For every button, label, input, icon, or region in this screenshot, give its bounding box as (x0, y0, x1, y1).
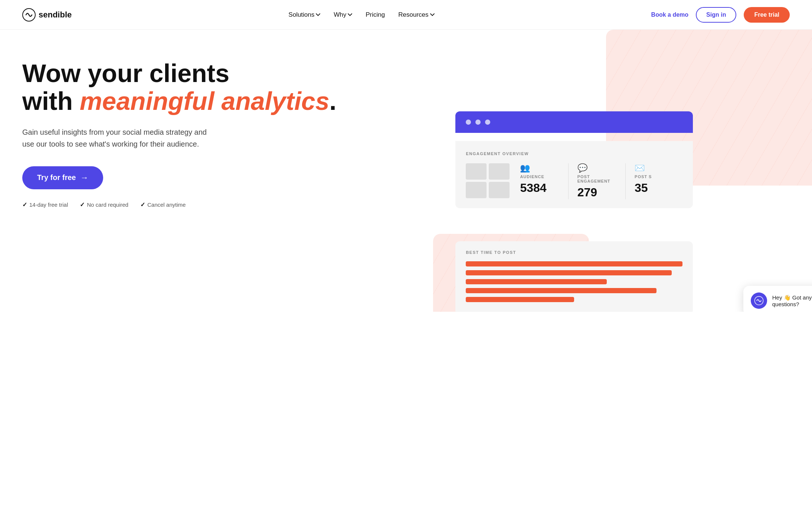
purple-dot-1 (466, 120, 471, 125)
best-time-card: BEST TIME TO POST (455, 241, 693, 312)
logo-text: sendible (39, 10, 72, 20)
stat-post-sent: ✉️ POST S 35 (625, 163, 682, 199)
chat-avatar (751, 292, 767, 309)
engagement-section-label: ENGAGEMENT OVERVIEW (466, 151, 682, 156)
thumbnail-grid (466, 163, 510, 198)
hero-left: Wow your clients with meaningful analyti… (22, 52, 444, 208)
book-demo-button[interactable]: Book a demo (651, 12, 688, 18)
bar-2 (466, 270, 672, 275)
thumb-4 (489, 182, 510, 198)
navbar: sendible Solutions Why Pricing Resources… (0, 0, 812, 30)
bar-1 (466, 261, 682, 266)
bar-chart (466, 261, 682, 302)
hero-right-mockup: ENGAGEMENT OVERVIEW 👥 AUDIENCE 5384 💬 (444, 52, 812, 312)
trust-badge-trial: ✓ 14-day free trial (22, 201, 68, 208)
post-sent-value: 35 (635, 181, 674, 195)
audience-value: 5384 (520, 181, 559, 195)
engagement-row: 👥 AUDIENCE 5384 💬 POST ENGAGEMENT 279 ✉️… (466, 163, 682, 199)
engagement-card: ENGAGEMENT OVERVIEW 👥 AUDIENCE 5384 💬 (455, 141, 693, 208)
hero-section: Wow your clients with meaningful analyti… (0, 30, 812, 312)
thumb-2 (489, 163, 510, 180)
trust-badge-card: ✓ No card required (80, 201, 128, 208)
stat-audience: 👥 AUDIENCE 5384 (520, 163, 568, 199)
nav-pricing[interactable]: Pricing (366, 11, 385, 19)
post-sent-icon: ✉️ (635, 163, 674, 173)
check-icon-2: ✓ (80, 201, 85, 208)
best-time-label: BEST TIME TO POST (466, 250, 682, 255)
thumb-1 (466, 163, 487, 180)
logo-link[interactable]: sendible (22, 8, 72, 22)
post-engagement-label: POST ENGAGEMENT (577, 174, 616, 183)
nav-why[interactable]: Why (334, 11, 352, 19)
bar-5 (466, 297, 574, 302)
purple-bar-card (455, 111, 693, 133)
post-sent-label: POST S (635, 174, 674, 179)
try-for-free-button[interactable]: Try for free → (22, 166, 103, 189)
logo-icon (22, 8, 36, 22)
sign-in-button[interactable]: Sign in (696, 7, 736, 23)
post-engagement-value: 279 (577, 186, 616, 199)
hero-subtext: Gain useful insights from your social me… (22, 126, 215, 150)
bar-3 (466, 279, 607, 284)
free-trial-button[interactable]: Free trial (744, 7, 790, 23)
purple-dot-3 (485, 120, 490, 125)
check-icon-1: ✓ (22, 201, 27, 208)
check-icon-3: ✓ (140, 201, 145, 208)
engagement-stats: 👥 AUDIENCE 5384 💬 POST ENGAGEMENT 279 ✉️… (520, 163, 682, 199)
thumb-3 (466, 182, 487, 198)
arrow-icon: → (80, 173, 88, 183)
purple-dot-2 (475, 120, 481, 125)
stat-post-engagement: 💬 POST ENGAGEMENT 279 (568, 163, 625, 199)
bar-4 (466, 288, 657, 293)
hero-headline: Wow your clients with meaningful analyti… (22, 59, 444, 115)
nav-links: Solutions Why Pricing Resources (288, 11, 434, 19)
nav-resources[interactable]: Resources (398, 11, 434, 19)
audience-label: AUDIENCE (520, 174, 559, 179)
post-engagement-icon: 💬 (577, 163, 616, 173)
nav-actions: Book a demo Sign in Free trial (651, 7, 790, 23)
nav-solutions[interactable]: Solutions (288, 11, 320, 19)
chat-bubble: Hey 👋 Got any questions? ✕ (743, 286, 812, 312)
trust-badge-cancel: ✓ Cancel anytime (140, 201, 186, 208)
trust-badges: ✓ 14-day free trial ✓ No card required ✓… (22, 201, 444, 208)
audience-icon: 👥 (520, 163, 559, 173)
chat-message: Hey 👋 Got any questions? (772, 294, 812, 307)
